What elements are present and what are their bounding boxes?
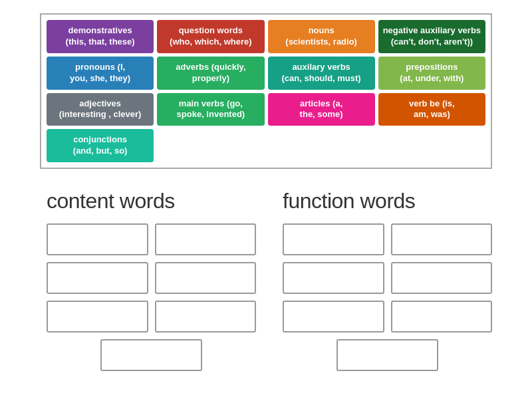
content-words-grid	[47, 223, 256, 332]
adjectives-category[interactable]: adjectives(interesting , clever)	[47, 93, 154, 126]
categories-grid: demonstratives(this, that, these) questi…	[47, 20, 485, 162]
content-drop-3[interactable]	[47, 262, 148, 294]
function-drop-1[interactable]	[283, 223, 384, 255]
content-drop-2[interactable]	[155, 223, 257, 255]
content-words-title: content words	[47, 189, 256, 213]
content-words-section: content words	[47, 189, 256, 371]
nouns-category[interactable]: nouns(scientists, radio)	[268, 20, 375, 53]
question-words-category[interactable]: question words(who, which, where)	[157, 20, 264, 53]
prepositions-category[interactable]: prepositions(at, under, with)	[378, 57, 485, 90]
content-drop-5[interactable]	[47, 301, 148, 332]
content-drop-4[interactable]	[155, 262, 257, 294]
function-drop-4[interactable]	[391, 262, 493, 294]
main-verbs-category[interactable]: main verbs (go,spoke, invented)	[157, 93, 264, 126]
adverbs-category[interactable]: adverbs (quickly,properly)	[157, 57, 264, 90]
function-words-section: function words	[283, 189, 492, 371]
auxiliary-verbs-category[interactable]: auxilary verbs(can, should, must)	[268, 57, 375, 90]
demonstratives-category[interactable]: demonstratives(this, that, these)	[47, 20, 154, 53]
function-words-title: function words	[283, 189, 492, 213]
verb-be-category[interactable]: verb be (is,am, was)	[378, 93, 485, 126]
categories-box: demonstratives(this, that, these) questi…	[40, 13, 492, 169]
function-drop-5[interactable]	[283, 301, 384, 332]
drop-sections: content words function words	[40, 189, 492, 371]
function-drop-6[interactable]	[391, 301, 493, 332]
function-words-grid	[283, 223, 492, 332]
conjunctions-category[interactable]: conjunctions(and, but, so)	[47, 129, 154, 162]
content-drop-6[interactable]	[155, 301, 257, 332]
function-drop-2[interactable]	[391, 223, 493, 255]
function-drop-7[interactable]	[336, 339, 438, 371]
articles-category[interactable]: articles (a,the, some)	[268, 93, 375, 126]
content-drop-7[interactable]	[100, 339, 202, 371]
negative-auxiliary-category[interactable]: negative auxiliary verbs (can't, don't, …	[378, 20, 485, 53]
content-drop-1[interactable]	[47, 223, 148, 255]
function-drop-3[interactable]	[283, 262, 384, 294]
pronouns-category[interactable]: pronouns (I,you, she, they)	[47, 57, 154, 90]
